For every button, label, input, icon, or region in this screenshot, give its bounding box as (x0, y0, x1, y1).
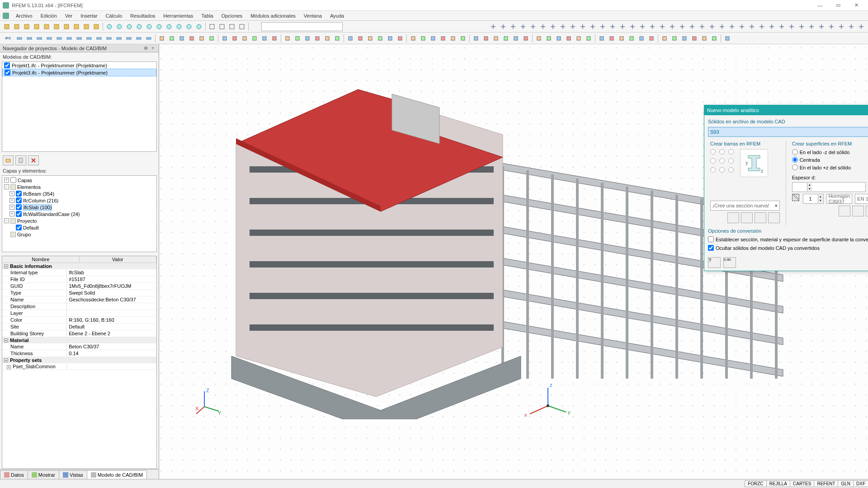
toolbar-button[interactable] (837, 22, 846, 31)
toolbar-button[interactable] (737, 22, 746, 31)
status-dxf[interactable]: DXF (853, 480, 868, 487)
minimize-button[interactable]: — (811, 0, 829, 10)
toolbar-button[interactable] (727, 22, 736, 31)
toolbar-button[interactable] (155, 22, 164, 31)
toolbar-button[interactable] (660, 34, 669, 43)
toolbar-button[interactable] (114, 34, 123, 43)
toolbar-button[interactable] (72, 22, 81, 31)
surf-btn-1[interactable] (839, 206, 850, 216)
model-open-button[interactable] (3, 155, 14, 165)
toolbar-button[interactable] (544, 34, 553, 43)
tab-vistas[interactable]: Vistas (59, 470, 87, 479)
toolbar-button[interactable] (598, 22, 607, 31)
toolbar-button[interactable] (448, 34, 458, 43)
tree-node-elementos[interactable]: −Elementos (3, 183, 156, 190)
property-row[interactable]: SiteDefault (2, 324, 156, 330)
toolbar-button[interactable] (757, 22, 766, 31)
tree-node-default[interactable]: Default (3, 224, 156, 231)
toolbar-button[interactable] (92, 22, 101, 31)
menu-ver[interactable]: Ver (61, 12, 77, 19)
toolbar-button[interactable] (22, 22, 31, 31)
menu-calculo[interactable]: Cálculo (102, 12, 127, 19)
property-row[interactable]: TypeSwept Solid (2, 290, 156, 296)
close-button[interactable]: ✕ (847, 0, 865, 10)
property-row[interactable]: Thickness0.14 (2, 350, 156, 357)
menu-modulos[interactable]: Módulos adicionales (246, 12, 300, 19)
property-row[interactable]: Description (2, 303, 156, 310)
toolbar-button[interactable] (82, 22, 91, 31)
toolbar-button[interactable] (409, 34, 418, 43)
property-row[interactable]: NameGeschossdecke:Beton C30/37 (2, 296, 156, 303)
toolbar-button[interactable] (617, 34, 626, 43)
toolbar-button[interactable] (15, 34, 24, 43)
toolbar-button[interactable] (499, 22, 508, 31)
property-grid[interactable]: Nombre Valor −Basic informationInternal … (2, 256, 157, 469)
toolbar-button[interactable] (787, 22, 796, 31)
opt-set-section[interactable]: Establecer sección, material y espesor d… (708, 236, 868, 242)
units-button[interactable]: 0.00 (723, 257, 736, 268)
surf-opt-pos-z[interactable]: En el lado +z del sólido (792, 164, 868, 170)
toolbar-button[interactable] (534, 34, 543, 43)
toolbar-button[interactable] (125, 22, 134, 31)
toolbar-button[interactable] (618, 22, 627, 31)
toolbar-button[interactable] (548, 22, 557, 31)
property-row[interactable]: File ID#15187 (2, 276, 156, 283)
toolbar-button[interactable] (439, 34, 448, 43)
toolbar-button[interactable] (250, 22, 259, 31)
toolbar-button[interactable] (678, 22, 687, 31)
toolbar-button[interactable] (574, 34, 583, 43)
property-group[interactable]: −Material (2, 337, 156, 343)
model-checkbox[interactable] (4, 62, 10, 68)
toolbar-button[interactable] (220, 34, 229, 43)
toolbar-button[interactable] (134, 34, 143, 43)
thickness-spinner[interactable]: ▴▾ (792, 182, 866, 192)
panel-pin-button[interactable]: ⊕ (142, 45, 149, 52)
models-list[interactable]: Projekt1.ifc - Projektnummer (Projektnam… (2, 61, 157, 152)
ifc-button[interactable]: IFC (2, 34, 14, 43)
toolbar-button[interactable] (323, 34, 332, 43)
property-row[interactable]: Internal typeIfcSlab (2, 269, 156, 276)
property-row[interactable]: Layer (2, 310, 156, 317)
toolbar-button[interactable] (105, 22, 114, 31)
toolbar-button[interactable] (45, 34, 54, 43)
property-row[interactable]: NameBeton C30/37 (2, 343, 156, 350)
toolbar-button[interactable] (194, 22, 203, 31)
toolbar-button[interactable] (165, 22, 174, 31)
tab-datos[interactable]: Datos (0, 470, 28, 479)
toolbar-button[interactable] (827, 22, 836, 31)
toolbar-button[interactable] (584, 34, 593, 43)
toolbar-button[interactable] (366, 34, 375, 43)
model-save-button[interactable] (15, 155, 26, 165)
tree-node-ifcwall[interactable]: +IfcWallStandardCase (24) (3, 211, 156, 217)
toolbar-button[interactable] (429, 34, 438, 43)
surf-btn-3[interactable] (866, 206, 868, 216)
surf-material-dropdown[interactable]: Hormigón C30/37 (826, 194, 853, 204)
toolbar-button[interactable] (538, 22, 547, 31)
toolbar-button[interactable] (55, 34, 64, 43)
section-dropdown[interactable]: ¡Cree una sección nueva!▾ (710, 201, 780, 211)
tab-modelo-cad-bim[interactable]: Modelo de CAD/BIM (87, 470, 147, 479)
tab-mostrar[interactable]: Mostrar (28, 470, 59, 479)
solids-filter-input[interactable] (708, 127, 868, 137)
toolbar-button[interactable] (208, 22, 217, 31)
toolbar-button[interactable] (346, 34, 355, 43)
toolbar-button[interactable] (710, 34, 719, 43)
toolbar-button[interactable] (807, 22, 816, 31)
status-gln[interactable]: GLN (838, 480, 854, 487)
property-group[interactable]: −Property sets (2, 357, 156, 363)
tree-node-ifcbeam[interactable]: +IfcBeam (354) (3, 190, 156, 197)
toolbar-button[interactable] (386, 34, 395, 43)
toolbar-button[interactable] (237, 22, 246, 31)
toolbar-button[interactable] (597, 34, 606, 43)
toolbar-button[interactable] (207, 34, 216, 43)
tree-node-capas[interactable]: +Capas (3, 177, 156, 183)
toolbar-button[interactable] (847, 22, 856, 31)
toolbar-button[interactable] (250, 34, 259, 43)
toolbar-button[interactable] (747, 22, 756, 31)
opt-hide-converted[interactable]: Ocultar sólidos del modelo CAD ya conver… (708, 245, 868, 251)
menu-resultados[interactable]: Resultados (126, 12, 159, 19)
toolbar-button[interactable] (472, 34, 481, 43)
maximize-button[interactable]: ▭ (829, 0, 847, 10)
bar-position-matrix[interactable] (710, 149, 736, 174)
toolbar-button[interactable] (521, 34, 530, 43)
